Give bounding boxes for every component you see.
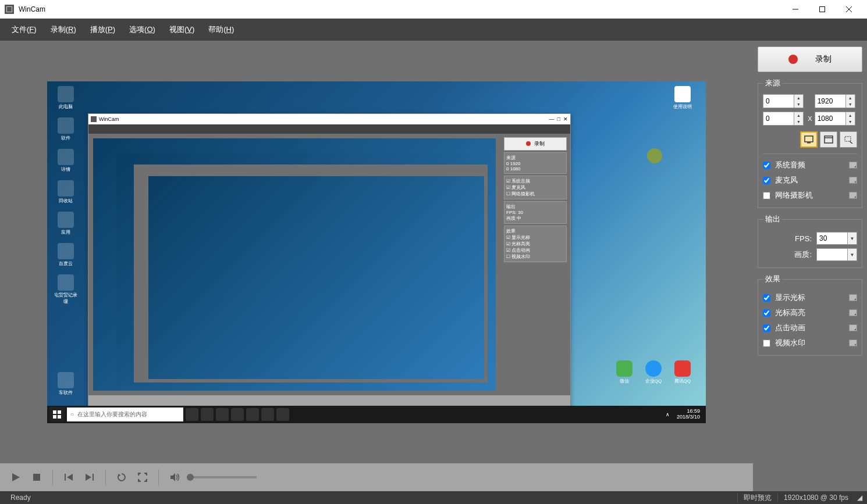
svg-rect-10 — [65, 474, 66, 481]
custom-region-button[interactable] — [840, 131, 857, 148]
webcam-options-icon[interactable] — [849, 192, 857, 199]
desktop-icon: 微信 — [613, 360, 636, 384]
source-y-input[interactable] — [763, 112, 794, 126]
desktop-icon: 应用 — [54, 212, 77, 235]
spin-up-icon[interactable]: ▲ — [846, 95, 855, 101]
taskbar-search: ○ 在这里输入你要搜索的内容 — [67, 408, 183, 421]
video-watermark-options-icon[interactable] — [849, 339, 857, 346]
nested-sidepanel: 录制 来源 0 1920 0 1080 ☑ 系统音频☑ 麦克风☐ 网络摄影机 输… — [500, 134, 570, 395]
spin-down-icon[interactable]: ▼ — [846, 101, 855, 108]
click-animation-checkbox[interactable] — [763, 324, 770, 332]
spin-down-icon[interactable]: ▼ — [794, 119, 803, 125]
resize-grip-icon[interactable]: ◢ — [854, 494, 862, 502]
quality-combo[interactable]: 中▼ — [816, 248, 857, 261]
source-y-spinner[interactable]: ▲▼ — [763, 112, 805, 126]
menu-view[interactable]: 视图(V) — [164, 21, 200, 38]
spin-down-icon[interactable]: ▼ — [846, 119, 855, 125]
microphone-options-icon[interactable] — [849, 177, 857, 184]
spin-up-icon[interactable]: ▲ — [794, 112, 803, 119]
menu-help[interactable]: 帮助(H) — [202, 21, 240, 38]
menu-options[interactable]: 选项(O) — [123, 21, 161, 38]
effects-legend: 效果 — [763, 274, 783, 284]
desktop-icon: 车软件 — [54, 372, 77, 396]
cursor-highlight-checkbox[interactable] — [763, 309, 770, 317]
desktop-icon: 屯贸贸记录缓 — [54, 274, 77, 305]
svg-rect-7 — [58, 415, 61, 419]
svg-rect-20 — [845, 137, 851, 141]
window-region-button[interactable] — [820, 131, 837, 148]
windows-taskbar: ○ 在这里输入你要搜索的内容 ∧ 16:592018/3/10 — [47, 406, 706, 423]
effects-group: 效果 显示光标 光标高亮 点击动画 视频水印 — [758, 274, 862, 356]
title-bar: WinCam — [0, 0, 867, 19]
source-h-input[interactable] — [815, 112, 846, 126]
menu-file[interactable]: 文件(F) — [6, 21, 42, 38]
svg-rect-1 — [820, 6, 825, 12]
show-cursor-options-icon[interactable] — [849, 294, 857, 301]
stop-button[interactable] — [28, 469, 45, 486]
svg-marker-15 — [170, 473, 175, 481]
play-button[interactable] — [7, 469, 24, 486]
preview-canvas: 此电脑 软件 详情 回收站 应用 百度云 屯贸贸记录缓 车软件 使用说明 腾讯Q… — [0, 41, 753, 463]
system-audio-options-icon[interactable] — [849, 162, 857, 169]
source-x-input[interactable] — [763, 94, 794, 108]
fullscreen-button[interactable] — [134, 469, 151, 486]
taskbar-app-icon — [276, 408, 289, 421]
fps-label: FPS: — [795, 234, 812, 243]
spin-up-icon[interactable]: ▲ — [846, 112, 855, 119]
spin-up-icon[interactable]: ▲ — [794, 95, 803, 101]
video-watermark-checkbox[interactable] — [763, 339, 770, 347]
status-preview: 即时预览 — [737, 493, 777, 503]
taskbar-app-icon — [186, 408, 198, 421]
taskbar-app-icon — [246, 408, 259, 421]
show-cursor-checkbox[interactable] — [763, 294, 770, 302]
cursor-highlight-options-icon[interactable] — [849, 309, 857, 316]
volume-button[interactable] — [166, 469, 183, 486]
app-icon — [5, 5, 14, 14]
cursor-highlight — [647, 148, 662, 163]
svg-rect-13 — [93, 474, 94, 481]
source-h-spinner[interactable]: ▲▼ — [815, 112, 857, 126]
close-button[interactable] — [836, 0, 862, 19]
taskbar-app-icon — [231, 408, 244, 421]
svg-rect-5 — [58, 410, 61, 414]
source-x-spinner[interactable]: ▲▼ — [763, 94, 805, 108]
svg-marker-14 — [118, 474, 121, 477]
spin-down-icon[interactable]: ▼ — [794, 101, 803, 108]
menu-play[interactable]: 播放(P) — [84, 21, 121, 38]
dimension-separator: X — [808, 115, 812, 122]
click-animation-options-icon[interactable] — [849, 324, 857, 331]
next-frame-button[interactable] — [81, 469, 98, 486]
svg-marker-12 — [86, 474, 91, 481]
prev-frame-button[interactable] — [60, 469, 77, 486]
fps-combo[interactable]: ▼ — [816, 232, 857, 245]
system-audio-checkbox[interactable] — [763, 162, 770, 169]
source-legend: 来源 — [763, 78, 783, 88]
desktop-icon: 使用说明 — [671, 86, 694, 110]
maximize-button[interactable] — [809, 0, 836, 19]
minimize-button[interactable] — [782, 0, 809, 19]
captured-desktop: 此电脑 软件 详情 回收站 应用 百度云 屯贸贸记录缓 车软件 使用说明 腾讯Q… — [47, 81, 706, 423]
svg-rect-18 — [825, 136, 833, 143]
fps-value[interactable] — [816, 232, 848, 245]
desktop-icon: 此电脑 — [54, 86, 77, 110]
dropdown-icon[interactable]: ▼ — [848, 232, 857, 245]
webcam-checkbox[interactable] — [763, 192, 770, 199]
source-w-input[interactable] — [815, 94, 846, 108]
output-group: 输出 FPS: ▼ 画质: 中▼ — [758, 214, 862, 268]
menu-record[interactable]: 录制(R) — [45, 21, 82, 38]
preview-area: 此电脑 软件 详情 回收站 应用 百度云 屯贸贸记录缓 车软件 使用说明 腾讯Q… — [0, 41, 753, 491]
desktop-icon: 百度云 — [54, 243, 77, 267]
source-w-spinner[interactable]: ▲▼ — [815, 94, 857, 108]
dropdown-icon[interactable]: ▼ — [848, 248, 857, 261]
record-button[interactable]: 录制 — [758, 47, 862, 72]
microphone-checkbox[interactable] — [763, 177, 770, 184]
show-cursor-label: 显示光标 — [775, 292, 805, 303]
svg-rect-17 — [807, 142, 811, 144]
loop-button[interactable] — [113, 469, 130, 486]
volume-slider[interactable] — [187, 476, 257, 478]
desktop-icon: 回收站 — [54, 180, 77, 204]
fullscreen-region-button[interactable] — [800, 131, 818, 148]
svg-marker-8 — [12, 473, 20, 481]
start-button — [49, 407, 65, 422]
svg-rect-6 — [53, 415, 56, 419]
